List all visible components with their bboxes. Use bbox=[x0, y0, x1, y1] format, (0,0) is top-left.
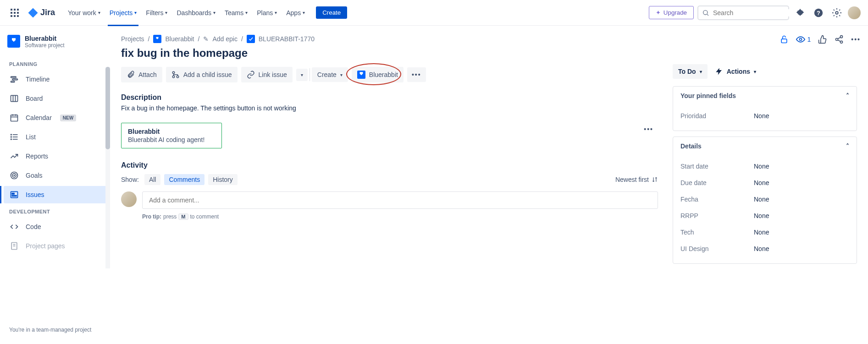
field-row[interactable]: Due dateNone bbox=[680, 175, 849, 191]
svg-rect-3 bbox=[11, 12, 12, 14]
details-header[interactable]: Details ˄ bbox=[673, 137, 857, 155]
svg-rect-15 bbox=[12, 79, 18, 80]
link-icon bbox=[247, 71, 255, 79]
share-icon[interactable] bbox=[835, 35, 844, 44]
sidebar-item-reports[interactable]: Reports bbox=[4, 147, 106, 165]
sort-button[interactable]: Newest first bbox=[615, 176, 658, 183]
svg-point-40 bbox=[177, 76, 179, 78]
field-row[interactable]: UI DesignNone bbox=[680, 240, 849, 257]
upgrade-button[interactable]: ✦ Upgrade bbox=[649, 6, 694, 19]
sidebar-item-goals[interactable]: Goals bbox=[4, 167, 106, 184]
panel-menu-icon[interactable]: ••• bbox=[644, 126, 653, 133]
tab-all[interactable]: All bbox=[144, 174, 161, 185]
bluerabbit-app-button[interactable]: Bluerabbit bbox=[352, 67, 404, 82]
search-box[interactable] bbox=[697, 5, 789, 20]
svg-rect-14 bbox=[11, 76, 17, 78]
pinned-fields-header[interactable]: Your pinned fields ˄ bbox=[673, 87, 857, 105]
svg-line-48 bbox=[838, 40, 840, 41]
field-row[interactable]: RRPPNone bbox=[680, 207, 849, 224]
comment-input[interactable] bbox=[142, 191, 658, 209]
bluerabbit-panel[interactable]: Bluerabbit Bluerabbit AI coding agent! bbox=[121, 123, 222, 148]
pro-tip: Pro tip: press M to comment bbox=[142, 213, 658, 220]
nav-apps[interactable]: Apps▾ bbox=[282, 0, 309, 26]
svg-point-28 bbox=[11, 137, 12, 137]
notifications-icon[interactable] bbox=[793, 5, 807, 20]
svg-text:?: ? bbox=[817, 9, 820, 16]
svg-point-41 bbox=[172, 76, 175, 78]
goals-icon bbox=[9, 170, 19, 180]
project-small-icon bbox=[153, 35, 161, 43]
svg-rect-16 bbox=[11, 81, 15, 82]
svg-rect-0 bbox=[11, 9, 12, 11]
pinned-fields-card: Your pinned fields ˄ Prioridad None bbox=[673, 86, 857, 131]
project-header[interactable]: Bluerabbit Software project bbox=[4, 33, 106, 58]
status-dropdown[interactable]: To Do ▾ bbox=[673, 64, 708, 79]
attach-button[interactable]: Attach bbox=[121, 67, 162, 82]
sidebar-footer: You're in a team-managed project bbox=[4, 323, 106, 337]
sidebar-item-project-pages[interactable]: Project pages bbox=[4, 237, 106, 255]
link-issue-dropdown[interactable]: ▾ bbox=[296, 69, 308, 81]
activity-tabs: Show: All Comments History Newest first bbox=[121, 174, 658, 185]
svg-rect-42 bbox=[782, 39, 787, 43]
create-dropdown-button[interactable]: Create ▾ bbox=[312, 67, 348, 82]
chevron-down-icon: ▾ bbox=[700, 69, 702, 74]
description-text[interactable]: Fix a bug in the homepage. The settings … bbox=[121, 104, 658, 112]
search-input[interactable] bbox=[713, 9, 793, 16]
sidebar-item-code[interactable]: Code bbox=[4, 218, 106, 235]
sidebar-item-calendar[interactable]: Calendar NEW bbox=[4, 109, 106, 126]
issue-more-icon[interactable]: ••• bbox=[851, 36, 861, 43]
tab-comments[interactable]: Comments bbox=[164, 174, 205, 185]
chevron-down-icon: ▾ bbox=[165, 10, 167, 15]
svg-rect-8 bbox=[17, 15, 19, 17]
profile-avatar[interactable] bbox=[848, 6, 861, 19]
sidebar-item-issues[interactable]: Issues bbox=[4, 186, 106, 203]
breadcrumb-project[interactable]: Bluerabbit bbox=[165, 35, 194, 43]
help-icon[interactable]: ? bbox=[811, 5, 826, 20]
edit-icon: ✎ bbox=[203, 35, 209, 43]
breadcrumb-projects[interactable]: Projects bbox=[121, 35, 144, 43]
nav-your-work[interactable]: Your work▾ bbox=[64, 0, 104, 26]
sidebar-item-list[interactable]: List bbox=[4, 128, 106, 146]
details-card: Details ˄ Start dateNone Due dateNone Fe… bbox=[673, 137, 857, 264]
nav-projects[interactable]: Projects▾ bbox=[106, 0, 141, 26]
field-row[interactable]: TechNone bbox=[680, 224, 849, 240]
watch-button[interactable]: 1 bbox=[796, 35, 811, 44]
project-name: Bluerabbit bbox=[25, 35, 65, 42]
nav-filters[interactable]: Filters▾ bbox=[142, 0, 171, 26]
actions-dropdown[interactable]: Actions ▾ bbox=[715, 67, 756, 76]
like-icon[interactable] bbox=[818, 35, 827, 44]
breadcrumb-issue-key[interactable]: BLUERABBIT-1770 bbox=[259, 35, 315, 43]
jira-logo[interactable]: Jira bbox=[24, 7, 59, 18]
sidebar-item-timeline[interactable]: Timeline bbox=[4, 71, 106, 88]
svg-rect-17 bbox=[11, 95, 18, 101]
more-actions-button[interactable]: ••• bbox=[407, 67, 426, 82]
sparkle-icon: ✦ bbox=[656, 9, 661, 16]
project-type: Software project bbox=[25, 42, 65, 49]
tab-history[interactable]: History bbox=[208, 174, 238, 185]
create-button[interactable]: Create bbox=[316, 6, 347, 19]
scrollbar-thumb[interactable] bbox=[105, 67, 110, 149]
field-row[interactable]: FechaNone bbox=[680, 191, 849, 207]
task-type-icon bbox=[247, 35, 255, 43]
nav-plans[interactable]: Plans▾ bbox=[253, 0, 281, 26]
link-issue-button[interactable]: Link issue bbox=[241, 67, 293, 82]
user-avatar[interactable] bbox=[121, 191, 137, 207]
nav-teams[interactable]: Teams▾ bbox=[221, 0, 251, 26]
svg-point-9 bbox=[703, 10, 708, 14]
svg-point-29 bbox=[11, 139, 12, 140]
svg-rect-4 bbox=[14, 12, 16, 14]
unlock-icon[interactable] bbox=[780, 35, 789, 44]
field-row[interactable]: Prioridad None bbox=[680, 108, 849, 124]
svg-rect-34 bbox=[12, 193, 14, 195]
settings-icon[interactable] bbox=[829, 5, 844, 20]
issue-title[interactable]: fix bug in the homepage bbox=[121, 47, 658, 60]
nav-dashboards[interactable]: Dashboards▾ bbox=[173, 0, 219, 26]
sidebar-item-board[interactable]: Board bbox=[4, 90, 106, 107]
app-switcher-icon[interactable] bbox=[7, 5, 22, 20]
field-row[interactable]: Start dateNone bbox=[680, 158, 849, 175]
svg-rect-2 bbox=[17, 9, 19, 11]
svg-point-32 bbox=[14, 175, 15, 176]
add-child-issue-button[interactable]: Add a child issue bbox=[166, 67, 238, 82]
breadcrumb-add-epic[interactable]: Add epic bbox=[212, 35, 237, 43]
section-planning: PLANNING bbox=[4, 58, 106, 71]
